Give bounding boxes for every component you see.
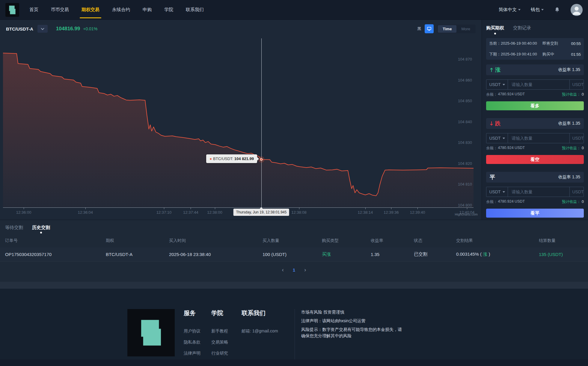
area-fill [3, 53, 474, 207]
notification-bell-icon[interactable] [554, 6, 560, 13]
footer-disclaimer: 市场有风险 投资需谨慎 法律声明：该网站由hxsin公司运营 风险提示：数字资产… [301, 309, 405, 341]
rise-card-header: 涨 收益率 1.35 [486, 64, 584, 75]
main-content: BTC/USDT-A 104816.99 +0.01% 黑 Time More [0, 20, 588, 220]
fall-card-header: 跌 收益率 1.35 [486, 118, 584, 129]
price-change: +0.01% [83, 26, 97, 31]
tooltip-series: BTC/USDT: [213, 156, 233, 161]
brand-logo[interactable] [5, 3, 19, 17]
footer-col-title: 服务 [184, 309, 200, 317]
nav-item-contact[interactable]: 联系我们 [186, 0, 204, 20]
time-mode-button[interactable]: Time [438, 25, 456, 33]
topbar-right: 简体中文 钱包 [499, 4, 583, 16]
disclaimer-line: 法律声明：该网站由hxsin公司运营 [301, 318, 405, 324]
schedule-countdown: 00:55 [571, 41, 581, 46]
footer-link-user-agreement[interactable]: 用户协议 [184, 328, 200, 334]
tooltip-value: 104 821.99 [234, 156, 254, 161]
nav-item-subscribe[interactable]: 申购 [143, 0, 152, 20]
x-axis-tick [191, 208, 191, 209]
theme-toggle[interactable]: 黑 [417, 26, 421, 31]
balance-label: 余额： [486, 146, 497, 151]
nav-item-spot[interactable]: 币币交易 [51, 0, 69, 20]
language-select[interactable]: 简体中文 [499, 7, 521, 13]
flat-currency-select[interactable]: USDT [486, 187, 508, 197]
balance-label: 余额： [486, 92, 497, 97]
nav-item-academy[interactable]: 学院 [164, 0, 173, 20]
option-schedule: 当前：2025-06-19 00:40:00 即将交割 00:55 下期：202… [486, 38, 584, 60]
chart-section: BTC/USDT-A 104816.99 +0.01% 黑 Time More [0, 20, 482, 220]
col-order-id: 订单号 [5, 238, 106, 243]
y-axis-label: 104 810 [458, 182, 472, 186]
chevron-down-icon [518, 9, 521, 10]
fall-amount-input[interactable] [508, 133, 569, 143]
more-mode-button[interactable]: More [456, 25, 475, 33]
footer-link-beginner-tutorial[interactable]: 新手教程 [211, 328, 228, 334]
footer-col-contact: 联系我们 邮箱: 1@gmail.com [242, 309, 278, 339]
nav-item-perpetual[interactable]: 永续合约 [112, 0, 130, 20]
buy-up-button[interactable]: 看多 [486, 101, 584, 110]
disclaimer-line: 市场有风险 投资需谨慎 [301, 309, 405, 315]
schedule-status: 购买中 [542, 52, 571, 57]
app-root: 首页 币币交易 期权交易 永续合约 申购 学院 联系我们 简体中文 钱包 [0, 0, 588, 366]
footer-link-industry-research[interactable]: 行业研究 [211, 350, 228, 356]
next-page-button[interactable]: › [304, 267, 306, 272]
user-avatar[interactable] [571, 4, 583, 16]
cell-amount: 100 (USDT) [263, 252, 322, 257]
pair-select-button[interactable] [37, 25, 48, 33]
price-marker [260, 158, 263, 161]
chevron-down-icon [503, 191, 505, 193]
table-header-row: 订单号 期权 买入时间 买入数量 购买类型 收益率 状态 交割结果 结算数量 [0, 234, 588, 247]
footer-link-email[interactable]: 邮箱: 1@gmail.com [242, 328, 278, 334]
balance-value: 4780.924 USDT [498, 146, 525, 151]
nav-item-home[interactable]: 首页 [29, 0, 38, 20]
tab-buy-option[interactable]: 购买期权 [486, 25, 504, 34]
fall-currency-suffix: USDT [569, 133, 586, 143]
screen-cast-button[interactable] [425, 24, 434, 33]
price-tooltip: ●BTC/USDT: 104 821.99 [206, 154, 257, 163]
series-dot-icon: ● [209, 156, 212, 161]
orders-tabs: 等待交割 历史交割 [0, 220, 588, 234]
buy-flat-button[interactable]: 看平 [486, 209, 584, 218]
page-number[interactable]: 1 [293, 267, 295, 272]
footer-col-title: 学院 [211, 309, 228, 317]
col-status: 状态 [414, 238, 456, 243]
col-rate: 收益率 [371, 238, 414, 243]
col-amount: 买入数量 [263, 238, 322, 243]
buy-down-button[interactable]: 看空 [486, 155, 584, 164]
schedule-time: 当前：2025-06-19 00:40:00 [489, 41, 542, 46]
tab-delivery-record[interactable]: 交割记录 [513, 25, 531, 34]
y-axis-label: 104 840 [458, 120, 472, 124]
trade-panel-tabs: 购买期权 交割记录 [486, 25, 584, 34]
schedule-status: 即将交割 [542, 41, 571, 46]
table-row: OP1750304320357170 BTC/USDT-A 2025-06-18… [0, 247, 588, 262]
schedule-countdown: 01:55 [571, 52, 581, 57]
cell-order-id: OP1750304320357170 [5, 252, 106, 257]
rise-amount-input[interactable] [508, 80, 569, 89]
x-axis-tick [365, 208, 366, 209]
cell-buy-time: 2025-06-18 23:38:40 [169, 252, 263, 257]
arrow-up-icon [490, 67, 493, 72]
cell-result: 0.003145% ( 涨 ) [456, 251, 539, 257]
cell-type: 买涨 [322, 251, 371, 257]
orders-table: 订单号 期权 买入时间 买入数量 购买类型 收益率 状态 交割结果 结算数量 O… [0, 234, 588, 262]
footer-link-trading-strategy[interactable]: 交易策略 [211, 339, 228, 345]
wallet-menu[interactable]: 钱包 [531, 7, 544, 13]
rise-currency-select[interactable]: USDT [486, 80, 508, 89]
price-chart[interactable]: ●BTC/USDT: 104 821.99 104 870104 860104 … [3, 38, 474, 207]
crosshair-date-label: Thursday, Jun 19, 12:38:01.945 [233, 209, 290, 216]
tab-pending-delivery[interactable]: 等待交割 [5, 225, 23, 234]
x-axis-label: 12:38:08 [291, 210, 307, 215]
chevron-down-icon [541, 9, 544, 10]
x-axis-label: 12:36:04 [78, 210, 93, 215]
flat-amount-input[interactable] [508, 187, 569, 197]
schedule-row-current: 当前：2025-06-19 00:40:00 即将交割 00:55 [489, 38, 581, 49]
section-divider-band [0, 282, 588, 289]
prev-page-button[interactable]: ‹ [282, 267, 284, 272]
fall-currency-select[interactable]: USDT [486, 133, 508, 143]
nav-item-options[interactable]: 期权交易 [82, 0, 99, 20]
language-label: 简体中文 [499, 7, 517, 13]
orders-section: 等待交割 历史交割 订单号 期权 买入时间 买入数量 购买类型 收益率 状态 交… [0, 220, 588, 282]
footer-link-privacy[interactable]: 隐私条款 [184, 339, 200, 345]
flat-label: 平 [490, 174, 495, 181]
tab-history-delivery[interactable]: 历史交割 [32, 225, 50, 234]
footer-link-legal[interactable]: 法律声明 [184, 350, 200, 356]
